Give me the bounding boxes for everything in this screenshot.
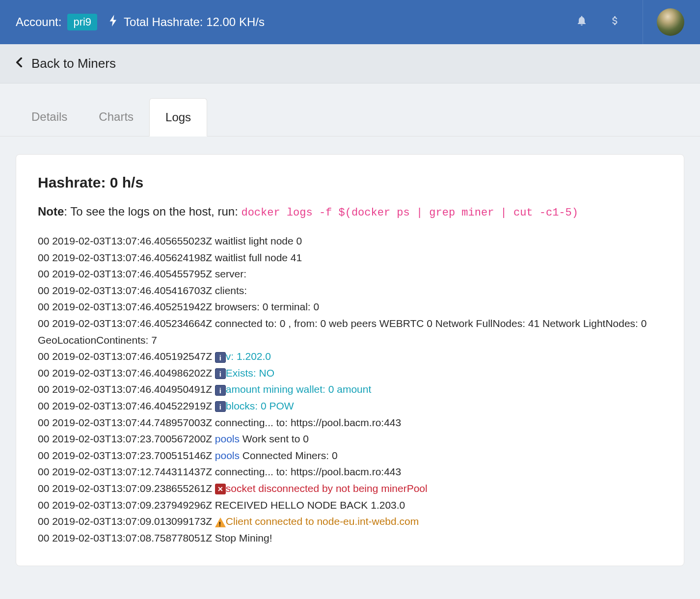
header-left: Account: pri9 Total Hashrate: 12.00 KH/s bbox=[16, 14, 265, 30]
log-line: 00 2019-02-03T13:07:08.758778051Z Stop M… bbox=[38, 530, 662, 546]
log-line: 00 2019-02-03T13:07:46.405655023Z waitli… bbox=[38, 233, 662, 249]
log-line: 00 2019-02-03T13:07:12.744311437Z connec… bbox=[38, 463, 662, 480]
avatar[interactable] bbox=[657, 8, 684, 36]
bolt-icon bbox=[109, 15, 118, 29]
log-line: 00 2019-02-03T13:07:46.405192547Z iv: 1.… bbox=[38, 348, 662, 365]
tab-details[interactable]: Details bbox=[16, 98, 83, 136]
card-title: Hashrate: 0 h/s bbox=[38, 174, 662, 191]
note-text: : To see the logs on the host, run: bbox=[64, 205, 241, 218]
top-header: Account: pri9 Total Hashrate: 12.00 KH/s bbox=[0, 0, 700, 44]
tabs: Details Charts Logs bbox=[0, 98, 700, 136]
log-line: 00 2019-02-03T13:07:44.748957003Z connec… bbox=[38, 414, 662, 431]
log-line: 00 2019-02-03T13:07:46.404950491Z iamoun… bbox=[38, 381, 662, 398]
total-hashrate-label: Total Hashrate: 12.00 KH/s bbox=[124, 15, 265, 29]
info-icon: i bbox=[215, 401, 226, 412]
account-badge[interactable]: pri9 bbox=[67, 14, 97, 30]
back-label: Back to Miners bbox=[31, 56, 116, 71]
warning-icon bbox=[215, 517, 226, 527]
log-line: 00 2019-02-03T13:07:09.237949296Z RECEIV… bbox=[38, 497, 662, 514]
note-line: Note: To see the logs on the host, run: … bbox=[38, 205, 662, 219]
log-line: 00 2019-02-03T13:07:23.700567200Z pools … bbox=[38, 431, 662, 447]
subheader: Back to Miners bbox=[0, 44, 700, 83]
log-output: 00 2019-02-03T13:07:46.405655023Z waitli… bbox=[38, 233, 662, 546]
info-icon: i bbox=[215, 385, 226, 396]
info-icon: i bbox=[215, 368, 226, 379]
dollar-icon[interactable] bbox=[609, 15, 621, 29]
log-line: 00 2019-02-03T13:07:46.405455795Z server… bbox=[38, 266, 662, 282]
note-code: docker logs -f $(docker ps | grep miner … bbox=[241, 207, 578, 219]
note-label: Note bbox=[38, 205, 64, 218]
log-line: 00 2019-02-03T13:07:46.404986202Z iExist… bbox=[38, 365, 662, 381]
log-line: 00 2019-02-03T13:07:09.238655261Z ✕socke… bbox=[38, 480, 662, 497]
header-right bbox=[576, 0, 684, 44]
log-line: 00 2019-02-03T13:07:46.405624198Z waitli… bbox=[38, 249, 662, 266]
back-to-miners-link[interactable]: Back to Miners bbox=[16, 56, 116, 71]
log-line: 00 2019-02-03T13:07:09.013099173Z Client… bbox=[38, 513, 662, 530]
log-line: 00 2019-02-03T13:07:46.405234664Z connec… bbox=[38, 315, 662, 348]
info-icon: i bbox=[215, 352, 226, 363]
error-icon: ✕ bbox=[215, 484, 226, 494]
chevron-left-icon bbox=[16, 57, 23, 70]
account-label: Account: bbox=[16, 15, 61, 29]
tab-charts[interactable]: Charts bbox=[83, 98, 149, 136]
avatar-container bbox=[643, 0, 684, 44]
log-line: 00 2019-02-03T13:07:46.405416703Z client… bbox=[38, 282, 662, 299]
tab-logs[interactable]: Logs bbox=[149, 98, 207, 136]
log-line: 00 2019-02-03T13:07:46.405251942Z browse… bbox=[38, 299, 662, 315]
log-line: 00 2019-02-03T13:07:23.700515146Z pools … bbox=[38, 447, 662, 464]
logs-card: Hashrate: 0 h/s Note: To see the logs on… bbox=[16, 154, 684, 566]
log-line: 00 2019-02-03T13:07:46.404522919Z iblock… bbox=[38, 398, 662, 414]
notifications-icon[interactable] bbox=[576, 15, 588, 29]
